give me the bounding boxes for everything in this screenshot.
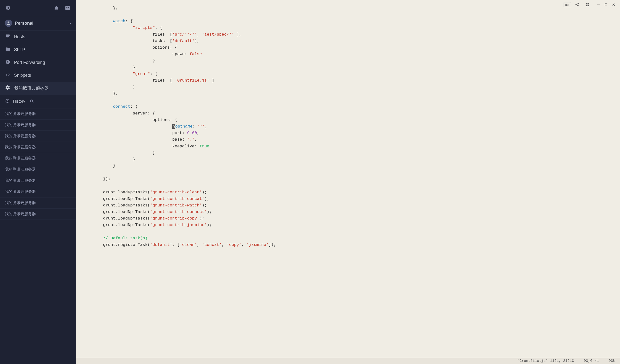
- code-line-2: [76, 11, 620, 18]
- settings-icon-button[interactable]: [5, 5, 12, 11]
- code-line-32: grunt.loadNpmTasks('grunt-contrib-connec…: [76, 209, 620, 215]
- code-line-5: files: ['src/**/*', 'test/spec/*' ],: [76, 31, 620, 38]
- code-line-8: spawn: false: [76, 51, 620, 57]
- notification-icons: [53, 4, 71, 12]
- code-line-23: }: [76, 150, 620, 156]
- minimize-button[interactable]: ─: [595, 2, 602, 8]
- snippets-icon: [5, 72, 11, 78]
- code-line-34: grunt.loadNpmTasks('grunt-contrib-jasmin…: [76, 222, 620, 228]
- history-item-9[interactable]: 我的腾讯云服务器: [0, 197, 76, 209]
- sftp-icon: [5, 47, 11, 53]
- code-line-31: grunt.loadNpmTasks('grunt-contrib-watch'…: [76, 202, 620, 209]
- split-view-button[interactable]: [583, 1, 591, 8]
- mail-icon: [65, 5, 70, 11]
- personal-label: Personal: [15, 21, 67, 26]
- code-line-12: files: [ 'Gruntfile.js' ]: [76, 77, 620, 84]
- history-item-6[interactable]: 我的腾讯云服务器: [0, 164, 76, 175]
- code-line-15: [76, 97, 620, 103]
- code-line-21: base: '.',: [76, 136, 620, 143]
- history-label: History: [13, 99, 25, 104]
- history-item-1[interactable]: 我的腾讯云服务器: [0, 108, 76, 120]
- personal-section[interactable]: Personal ▾: [0, 16, 76, 30]
- history-section-header[interactable]: History: [0, 95, 76, 108]
- code-line-25: }: [76, 163, 620, 169]
- status-zoom: 93%: [609, 359, 615, 363]
- sidebar-item-port-forwarding[interactable]: Port Forwarding: [0, 56, 76, 69]
- status-position: 93,6-41: [584, 359, 599, 363]
- code-line-10: },: [76, 64, 620, 71]
- code-line-11: "grunt": {: [76, 71, 620, 77]
- history-list: 我的腾讯云服务器 我的腾讯云服务器 我的腾讯云服务器 我的腾讯云服务器 我的腾讯…: [0, 108, 76, 364]
- gear-icon: [6, 6, 11, 10]
- sidebar-item-sftp[interactable]: SFTP: [0, 43, 76, 56]
- code-line-29: grunt.loadNpmTasks('grunt-contrib-clean'…: [76, 189, 620, 196]
- code-line-17: server: {: [76, 110, 620, 117]
- code-line-22: keepalive: true: [76, 143, 620, 150]
- sidebar-item-sftp-label: SFTP: [14, 47, 71, 52]
- title-bar-aul-label: aul: [564, 2, 571, 7]
- avatar: [5, 20, 12, 27]
- sidebar-item-hosts-label: Hosts: [14, 34, 71, 39]
- code-editor[interactable]: }, watch: { "scripts": { files: ['src/**…: [76, 0, 620, 358]
- status-bar: "Gruntfile.js" 116L, 2191C 93,6-41 93%: [76, 358, 620, 364]
- code-line-35: [76, 228, 620, 235]
- nav-section: Hosts SFTP Port Forwarding Snippets: [0, 30, 76, 82]
- history-item-8[interactable]: 我的腾讯云服务器: [0, 186, 76, 197]
- code-line-1: },: [76, 5, 620, 11]
- close-button[interactable]: ✕: [610, 2, 617, 8]
- port-forwarding-icon: [5, 60, 11, 66]
- code-line-7: options: {: [76, 44, 620, 51]
- sidebar-topbar: [0, 0, 76, 16]
- bell-icon: [54, 5, 59, 11]
- code-line-6: tasks: ['default'],: [76, 38, 620, 44]
- sidebar-item-port-forwarding-label: Port Forwarding: [14, 60, 71, 65]
- code-line-3: watch: {: [76, 18, 620, 24]
- code-line-20: port: 9100,: [76, 130, 620, 136]
- server-settings-icon: [5, 85, 11, 91]
- history-item-5[interactable]: 我的腾讯云服务器: [0, 153, 76, 164]
- code-line-16: connect: {: [76, 103, 620, 110]
- active-server-label: 我的腾讯云服务器: [14, 85, 71, 91]
- code-line-9: }: [76, 57, 620, 64]
- bell-button[interactable]: [53, 4, 60, 12]
- status-filename: "Gruntfile.js" 116L, 2191C: [517, 359, 574, 363]
- history-item-3[interactable]: 我的腾讯云服务器: [0, 131, 76, 142]
- code-line-33: grunt.loadNpmTasks('grunt-contrib-copy')…: [76, 215, 620, 222]
- code-line-37: grunt.registerTask('default', ['clean', …: [76, 242, 620, 248]
- code-line-19: hostname: '*',: [76, 123, 620, 130]
- history-icon: [5, 99, 10, 104]
- history-item-10[interactable]: 我的腾讯云服务器: [0, 209, 76, 220]
- sidebar-item-hosts[interactable]: Hosts: [0, 30, 76, 43]
- code-line-13: }: [76, 84, 620, 90]
- mail-button[interactable]: [64, 4, 71, 12]
- code-line-27: });: [76, 176, 620, 182]
- code-line-26: [76, 169, 620, 176]
- code-line-36: // Default task(s).: [76, 235, 620, 242]
- code-line-28: [76, 182, 620, 189]
- code-line-14: },: [76, 90, 620, 97]
- sidebar: Personal ▾ Hosts SFTP Port Forwarding: [0, 0, 76, 364]
- code-line-30: grunt.loadNpmTasks('grunt-contrib-concat…: [76, 196, 620, 202]
- code-line-24: }: [76, 156, 620, 163]
- main-content: aul ─ □ ✕ }, watch: { "scripts": {: [76, 0, 620, 364]
- share-button[interactable]: [573, 1, 581, 8]
- maximize-button[interactable]: □: [603, 2, 609, 8]
- history-item-7[interactable]: 我的腾讯云服务器: [0, 175, 76, 186]
- sidebar-item-snippets[interactable]: Snippets: [0, 69, 76, 82]
- history-search-button[interactable]: [29, 98, 35, 105]
- history-item-4[interactable]: 我的腾讯云服务器: [0, 142, 76, 153]
- code-line-4: "scripts": {: [76, 24, 620, 31]
- hosts-icon: [5, 34, 11, 40]
- sidebar-item-snippets-label: Snippets: [14, 73, 71, 78]
- code-line-18: options: {: [76, 117, 620, 123]
- title-bar: aul ─ □ ✕: [561, 0, 620, 9]
- history-item-2[interactable]: 我的腾讯云服务器: [0, 120, 76, 131]
- chevron-down-icon: ▾: [70, 21, 71, 25]
- sidebar-item-active-server[interactable]: 我的腾讯云服务器: [0, 82, 76, 95]
- window-controls: ─ □ ✕: [595, 2, 617, 8]
